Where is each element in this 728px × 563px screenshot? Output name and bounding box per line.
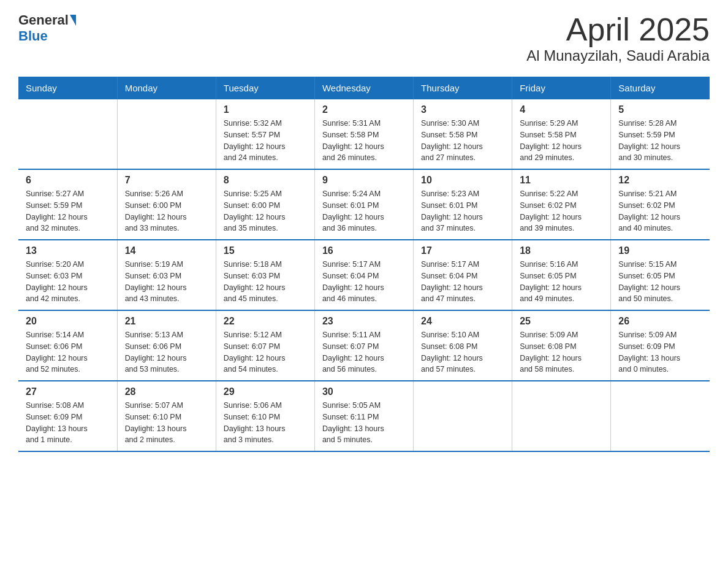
day-number: 12 (618, 175, 702, 186)
calendar-table: SundayMondayTuesdayWednesdayThursdayFrid… (18, 77, 710, 452)
day-number: 21 (125, 316, 208, 327)
calendar-cell: 22Sunrise: 5:12 AM Sunset: 6:07 PM Dayli… (216, 310, 314, 381)
header-row: SundayMondayTuesdayWednesdayThursdayFrid… (18, 77, 710, 99)
calendar-cell: 6Sunrise: 5:27 AM Sunset: 5:59 PM Daylig… (18, 169, 117, 240)
day-number: 27 (26, 386, 110, 397)
day-info: Sunrise: 5:27 AM Sunset: 5:59 PM Dayligh… (26, 188, 110, 234)
column-header-friday: Friday (512, 77, 611, 99)
day-info: Sunrise: 5:20 AM Sunset: 6:03 PM Dayligh… (26, 259, 110, 305)
day-number: 4 (520, 104, 603, 115)
week-row-4: 20Sunrise: 5:14 AM Sunset: 6:06 PM Dayli… (18, 310, 710, 381)
day-info: Sunrise: 5:17 AM Sunset: 6:04 PM Dayligh… (421, 259, 504, 305)
day-number: 13 (26, 245, 110, 256)
day-info: Sunrise: 5:09 AM Sunset: 6:09 PM Dayligh… (618, 329, 702, 375)
day-info: Sunrise: 5:07 AM Sunset: 6:10 PM Dayligh… (125, 400, 208, 446)
column-header-sunday: Sunday (18, 77, 117, 99)
day-info: Sunrise: 5:32 AM Sunset: 5:57 PM Dayligh… (224, 118, 307, 164)
column-header-monday: Monday (117, 77, 216, 99)
day-info: Sunrise: 5:21 AM Sunset: 6:02 PM Dayligh… (618, 188, 702, 234)
calendar-cell (414, 381, 512, 451)
day-info: Sunrise: 5:24 AM Sunset: 6:01 PM Dayligh… (322, 188, 406, 234)
day-number: 19 (618, 245, 702, 256)
calendar-cell: 19Sunrise: 5:15 AM Sunset: 6:05 PM Dayli… (611, 240, 710, 310)
day-number: 17 (421, 245, 504, 256)
day-number: 18 (520, 245, 603, 256)
calendar-cell: 26Sunrise: 5:09 AM Sunset: 6:09 PM Dayli… (611, 310, 710, 381)
calendar-cell: 20Sunrise: 5:14 AM Sunset: 6:06 PM Dayli… (18, 310, 117, 381)
calendar-cell: 30Sunrise: 5:05 AM Sunset: 6:11 PM Dayli… (314, 381, 413, 451)
day-info: Sunrise: 5:22 AM Sunset: 6:02 PM Dayligh… (520, 188, 603, 234)
calendar-cell: 15Sunrise: 5:18 AM Sunset: 6:03 PM Dayli… (216, 240, 314, 310)
day-number: 1 (224, 104, 307, 115)
day-info: Sunrise: 5:26 AM Sunset: 6:00 PM Dayligh… (125, 188, 208, 234)
column-header-wednesday: Wednesday (314, 77, 413, 99)
day-info: Sunrise: 5:08 AM Sunset: 6:09 PM Dayligh… (26, 400, 110, 446)
calendar-cell: 5Sunrise: 5:28 AM Sunset: 5:59 PM Daylig… (611, 99, 710, 169)
calendar-cell: 10Sunrise: 5:23 AM Sunset: 6:01 PM Dayli… (414, 169, 512, 240)
calendar-cell: 25Sunrise: 5:09 AM Sunset: 6:08 PM Dayli… (512, 310, 611, 381)
week-row-3: 13Sunrise: 5:20 AM Sunset: 6:03 PM Dayli… (18, 240, 710, 310)
day-info: Sunrise: 5:31 AM Sunset: 5:58 PM Dayligh… (322, 118, 406, 164)
day-number: 24 (421, 316, 504, 327)
day-info: Sunrise: 5:18 AM Sunset: 6:03 PM Dayligh… (224, 259, 307, 305)
week-row-1: 1Sunrise: 5:32 AM Sunset: 5:57 PM Daylig… (18, 99, 710, 169)
day-info: Sunrise: 5:25 AM Sunset: 6:00 PM Dayligh… (224, 188, 307, 234)
day-info: Sunrise: 5:06 AM Sunset: 6:10 PM Dayligh… (224, 400, 307, 446)
day-number: 23 (322, 316, 406, 327)
day-info: Sunrise: 5:28 AM Sunset: 5:59 PM Dayligh… (618, 118, 702, 164)
day-number: 2 (322, 104, 406, 115)
calendar-cell: 16Sunrise: 5:17 AM Sunset: 6:04 PM Dayli… (314, 240, 413, 310)
calendar-cell (512, 381, 611, 451)
column-header-thursday: Thursday (414, 77, 512, 99)
column-header-tuesday: Tuesday (216, 77, 314, 99)
day-info: Sunrise: 5:12 AM Sunset: 6:07 PM Dayligh… (224, 329, 307, 375)
logo-general-text: General (18, 12, 69, 28)
calendar-cell: 12Sunrise: 5:21 AM Sunset: 6:02 PM Dayli… (611, 169, 710, 240)
day-info: Sunrise: 5:19 AM Sunset: 6:03 PM Dayligh… (125, 259, 208, 305)
calendar-cell: 23Sunrise: 5:11 AM Sunset: 6:07 PM Dayli… (314, 310, 413, 381)
day-number: 20 (26, 316, 110, 327)
calendar-subtitle: Al Munayzilah, Saudi Arabia (526, 47, 710, 64)
day-number: 16 (322, 245, 406, 256)
day-info: Sunrise: 5:15 AM Sunset: 6:05 PM Dayligh… (618, 259, 702, 305)
logo-blue-text: Blue (18, 28, 48, 44)
week-row-2: 6Sunrise: 5:27 AM Sunset: 5:59 PM Daylig… (18, 169, 710, 240)
calendar-cell: 11Sunrise: 5:22 AM Sunset: 6:02 PM Dayli… (512, 169, 611, 240)
calendar-cell: 14Sunrise: 5:19 AM Sunset: 6:03 PM Dayli… (117, 240, 216, 310)
day-info: Sunrise: 5:14 AM Sunset: 6:06 PM Dayligh… (26, 329, 110, 375)
day-info: Sunrise: 5:09 AM Sunset: 6:08 PM Dayligh… (520, 329, 603, 375)
logo-triangle-icon (70, 15, 76, 26)
day-number: 10 (421, 175, 504, 186)
calendar-cell: 21Sunrise: 5:13 AM Sunset: 6:06 PM Dayli… (117, 310, 216, 381)
column-header-saturday: Saturday (611, 77, 710, 99)
calendar-cell: 4Sunrise: 5:29 AM Sunset: 5:58 PM Daylig… (512, 99, 611, 169)
day-number: 7 (125, 175, 208, 186)
day-number: 15 (224, 245, 307, 256)
calendar-cell: 28Sunrise: 5:07 AM Sunset: 6:10 PM Dayli… (117, 381, 216, 451)
day-number: 25 (520, 316, 603, 327)
calendar-cell: 7Sunrise: 5:26 AM Sunset: 6:00 PM Daylig… (117, 169, 216, 240)
day-number: 22 (224, 316, 307, 327)
day-info: Sunrise: 5:05 AM Sunset: 6:11 PM Dayligh… (322, 400, 406, 446)
logo: General Blue (18, 12, 76, 44)
week-row-5: 27Sunrise: 5:08 AM Sunset: 6:09 PM Dayli… (18, 381, 710, 451)
calendar-cell: 27Sunrise: 5:08 AM Sunset: 6:09 PM Dayli… (18, 381, 117, 451)
title-section: April 2025 Al Munayzilah, Saudi Arabia (526, 12, 710, 64)
day-number: 11 (520, 175, 603, 186)
day-number: 6 (26, 175, 110, 186)
calendar-cell: 24Sunrise: 5:10 AM Sunset: 6:08 PM Dayli… (414, 310, 512, 381)
day-info: Sunrise: 5:29 AM Sunset: 5:58 PM Dayligh… (520, 118, 603, 164)
calendar-cell: 3Sunrise: 5:30 AM Sunset: 5:58 PM Daylig… (414, 99, 512, 169)
day-number: 29 (224, 386, 307, 397)
page-header: General Blue April 2025 Al Munayzilah, S… (18, 12, 710, 64)
day-info: Sunrise: 5:13 AM Sunset: 6:06 PM Dayligh… (125, 329, 208, 375)
day-info: Sunrise: 5:17 AM Sunset: 6:04 PM Dayligh… (322, 259, 406, 305)
day-number: 28 (125, 386, 208, 397)
calendar-cell: 13Sunrise: 5:20 AM Sunset: 6:03 PM Dayli… (18, 240, 117, 310)
calendar-cell: 29Sunrise: 5:06 AM Sunset: 6:10 PM Dayli… (216, 381, 314, 451)
day-info: Sunrise: 5:11 AM Sunset: 6:07 PM Dayligh… (322, 329, 406, 375)
day-number: 26 (618, 316, 702, 327)
day-number: 30 (322, 386, 406, 397)
day-number: 14 (125, 245, 208, 256)
day-info: Sunrise: 5:30 AM Sunset: 5:58 PM Dayligh… (421, 118, 504, 164)
